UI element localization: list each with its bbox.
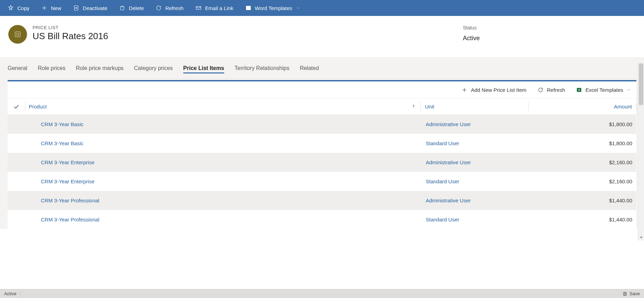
grid-refresh-label: Refresh — [547, 87, 565, 93]
deactivate-icon — [73, 5, 79, 11]
sort-ascending-icon — [412, 104, 416, 109]
column-amount-label: Amount — [614, 104, 632, 109]
table-row[interactable]: CRM 3-Year EnterpriseAdministrative User… — [8, 153, 636, 172]
tab-related[interactable]: Related — [300, 63, 319, 73]
tabs-container: GeneralRole pricesRole price markupsCate… — [0, 58, 644, 79]
record-header: PRICE LIST US Bill Rates 2016 Status Act… — [0, 16, 644, 58]
chevron-down-icon — [296, 5, 300, 11]
word-templates-button[interactable]: Word Templates — [240, 0, 306, 16]
grid-refresh-button[interactable]: Refresh — [536, 86, 567, 94]
grid-frame: Add New Price List Item Refresh Excel Te… — [8, 80, 636, 229]
column-unit-label: Unit — [425, 104, 434, 109]
tab-role-prices[interactable]: Role prices — [38, 63, 65, 73]
status-value: Active — [463, 35, 480, 42]
delete-label: Delete — [129, 5, 144, 11]
tab-role-price-markups[interactable]: Role price markups — [76, 63, 124, 73]
cell-amount: $1,800.00 — [529, 121, 636, 127]
grid-toolbar: Add New Price List Item Refresh Excel Te… — [8, 81, 636, 99]
record-type-icon — [8, 25, 27, 44]
cell-amount: $1,440.00 — [529, 198, 636, 203]
select-all-checkbox[interactable] — [8, 104, 25, 110]
table-row[interactable]: CRM 3-Year ProfessionalAdministrative Us… — [8, 191, 636, 210]
grid-header: Product Unit Amount — [8, 99, 636, 115]
word-label: Word Templates — [255, 5, 292, 11]
tab-territory-relationships[interactable]: Territory Relationships — [235, 63, 289, 73]
grid-area: Add New Price List Item Refresh Excel Te… — [0, 79, 644, 229]
add-label: Add New Price List Item — [471, 87, 526, 93]
refresh-icon — [156, 5, 162, 11]
save-label: Save — [629, 291, 640, 296]
deactivate-label: Deactivate — [83, 5, 107, 11]
word-icon — [245, 5, 252, 11]
copy-button[interactable]: Copy — [3, 0, 34, 16]
excel-templates-button[interactable]: Excel Templates — [574, 86, 633, 94]
plus-icon — [461, 87, 467, 93]
cell-amount: $1,800.00 — [529, 140, 636, 146]
column-divider — [636, 103, 636, 111]
cell-unit[interactable]: Standard User — [422, 140, 529, 146]
tab-category-prices[interactable]: Category prices — [134, 63, 173, 73]
new-label: New — [51, 5, 61, 11]
status-label: Status — [463, 25, 480, 30]
save-button[interactable]: Save — [623, 291, 640, 296]
delete-button[interactable]: Delete — [114, 0, 149, 16]
deactivate-button[interactable]: Deactivate — [68, 0, 112, 16]
column-header-unit[interactable]: Unit — [421, 104, 528, 109]
add-price-list-item-button[interactable]: Add New Price List Item — [459, 86, 528, 94]
table-row[interactable]: CRM 3-Year ProfessionalStandard User$1,4… — [8, 210, 636, 229]
cell-product[interactable]: CRM 3-Year Professional — [25, 198, 422, 203]
check-icon — [13, 104, 19, 110]
tabs: GeneralRole pricesRole price markupsCate… — [8, 58, 636, 79]
record-state: Active — [4, 291, 16, 296]
cell-amount: $2,160.00 — [529, 159, 636, 165]
cell-product[interactable]: CRM 3-Year Basic — [25, 121, 422, 127]
cell-amount: $1,440.00 — [529, 217, 636, 222]
cell-product[interactable]: CRM 3-Year Enterprise — [25, 178, 422, 184]
column-header-product[interactable]: Product — [25, 104, 421, 109]
table-row[interactable]: CRM 3-Year BasicStandard User$1,800.00 — [8, 134, 636, 153]
copy-label: Copy — [17, 5, 29, 11]
trash-icon — [119, 5, 125, 11]
divider — [20, 291, 20, 296]
save-icon — [623, 291, 627, 296]
cell-product[interactable]: CRM 3-Year Enterprise — [25, 159, 422, 165]
table-row[interactable]: CRM 3-Year BasicAdministrative User$1,80… — [8, 115, 636, 134]
vertical-scrollbar[interactable] — [638, 63, 644, 240]
status-block: Status Active — [463, 25, 480, 42]
email-link-button[interactable]: Email a Link — [191, 0, 238, 16]
cell-unit[interactable]: Administrative User — [422, 198, 529, 203]
excel-label: Excel Templates — [585, 87, 623, 93]
tab-general[interactable]: General — [8, 63, 27, 73]
refresh-button[interactable]: Refresh — [151, 0, 188, 16]
refresh-label: Refresh — [165, 5, 184, 11]
command-bar: Copy New Deactivate Delete Refresh Email… — [0, 0, 644, 16]
cell-product[interactable]: CRM 3-Year Basic — [25, 140, 422, 146]
cell-unit[interactable]: Standard User — [422, 178, 529, 184]
cell-unit[interactable]: Administrative User — [422, 159, 529, 165]
assign-icon — [8, 5, 14, 11]
record-type-label: PRICE LIST — [33, 25, 108, 30]
column-product-label: Product — [29, 104, 47, 109]
column-header-amount[interactable]: Amount — [529, 104, 636, 109]
mail-icon — [195, 5, 202, 11]
email-label: Email a Link — [205, 5, 233, 11]
refresh-icon — [538, 87, 544, 93]
scroll-down-arrow-icon[interactable] — [638, 234, 644, 240]
table-row[interactable]: CRM 3-Year EnterpriseStandard User$2,160… — [8, 172, 636, 191]
cell-product[interactable]: CRM 3-Year Professional — [25, 217, 422, 222]
tab-price-list-items[interactable]: Price List Items — [183, 63, 224, 73]
cell-unit[interactable]: Administrative User — [422, 121, 529, 127]
page-title: US Bill Rates 2016 — [33, 31, 108, 42]
excel-icon — [576, 87, 582, 93]
status-bar: Active Save — [0, 289, 644, 298]
grid-body: CRM 3-Year BasicAdministrative User$1,80… — [8, 115, 636, 229]
scrollbar-thumb[interactable] — [639, 63, 643, 105]
chevron-down-icon — [627, 87, 631, 93]
cell-unit[interactable]: Standard User — [422, 217, 529, 222]
cell-amount: $2,160.00 — [529, 178, 636, 184]
new-button[interactable]: New — [36, 0, 66, 16]
plus-icon — [41, 5, 47, 11]
record-title-block: PRICE LIST US Bill Rates 2016 — [33, 25, 108, 42]
